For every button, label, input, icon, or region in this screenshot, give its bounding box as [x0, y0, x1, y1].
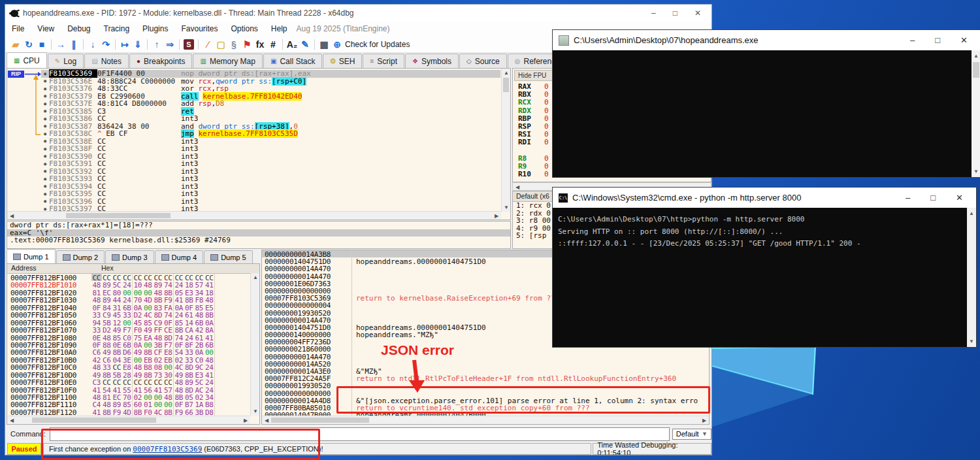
dump-byte[interactable]: 24: [122, 296, 133, 303]
dump-byte[interactable]: 54: [102, 386, 112, 393]
dump-byte[interactable]: 33: [184, 356, 195, 363]
dump-byte[interactable]: 0F: [163, 319, 174, 326]
dump-byte[interactable]: 05: [184, 393, 195, 401]
dump-byte[interactable]: 8B: [143, 348, 154, 355]
stack-row[interactable]: 000000000014A520: [262, 360, 709, 367]
dump-byte[interactable]: F0: [143, 408, 154, 416]
breakpoint-dot-icon[interactable]: ●: [41, 116, 49, 122]
bookmark-icon[interactable]: ⚑: [240, 39, 253, 50]
dump-byte[interactable]: 5B: [102, 319, 112, 326]
dump-byte[interactable]: 24: [174, 281, 184, 288]
dump-byte[interactable]: 57: [194, 281, 204, 288]
dump-byte[interactable]: 55: [122, 386, 133, 393]
tab-breakpoints[interactable]: ●Breakpoints: [129, 54, 192, 68]
dump-byte[interactable]: 02: [153, 356, 163, 363]
check-for-updates-button[interactable]: Check for Updates: [345, 40, 410, 49]
dump-byte[interactable]: 28: [122, 371, 133, 378]
menu-item-file[interactable]: File: [5, 24, 31, 33]
dump-byte[interactable]: CC: [163, 274, 174, 281]
close-icon[interactable]: ✕: [960, 35, 968, 45]
dump-byte[interactable]: 74: [163, 281, 174, 288]
dump-col-address[interactable]: Address: [7, 264, 96, 273]
dump-row[interactable]: 00007FF812BF10400F84316B0A0083FA0A0F85E5: [7, 304, 259, 311]
dump-row[interactable]: 00007FF812BF11004881EC70020000488B050234: [7, 393, 259, 401]
scroll-thumb[interactable]: [503, 78, 509, 92]
dump-byte[interactable]: 0F: [174, 401, 184, 408]
console-vscrollbar[interactable]: ▲ ▼: [972, 50, 980, 177]
dump-byte[interactable]: 48: [204, 296, 216, 303]
pause-icon[interactable]: ∥: [67, 39, 80, 50]
dump-byte[interactable]: E8: [163, 348, 174, 355]
dump-byte[interactable]: 49: [112, 326, 122, 333]
dump-byte[interactable]: 41: [204, 371, 216, 378]
breakpoint-dot-icon[interactable]: ●: [41, 169, 49, 174]
dump-row[interactable]: 00007FF812BF102081EC80000000488B05E33418: [7, 289, 259, 296]
dump-byte[interactable]: B8: [204, 401, 216, 408]
dump-byte[interactable]: 24: [204, 363, 216, 370]
scroll-thumb[interactable]: [271, 418, 369, 423]
breakpoint-dot-icon[interactable]: ●: [41, 71, 49, 76]
dump-byte[interactable]: C6: [91, 348, 102, 355]
dump-byte[interactable]: 00: [153, 401, 163, 408]
dump-byte[interactable]: 4D: [122, 408, 133, 416]
dump-byte[interactable]: 0A: [133, 304, 143, 311]
dump-byte[interactable]: 48: [204, 356, 216, 363]
dump-col-hex[interactable]: Hex: [96, 264, 114, 273]
dump-byte[interactable]: 8B: [184, 371, 195, 378]
dump-byte[interactable]: 31: [112, 304, 122, 311]
dump-byte[interactable]: 24: [184, 334, 195, 341]
close-icon[interactable]: ✕: [694, 8, 701, 18]
disasm-hscrollbar[interactable]: ◀ ▶: [7, 211, 501, 220]
dump-byte[interactable]: CC: [194, 274, 204, 281]
dump-byte[interactable]: C4: [91, 401, 102, 408]
dump-byte[interactable]: 60: [133, 401, 143, 408]
dump-byte[interactable]: 8D: [153, 311, 163, 318]
dump-byte[interactable]: 74: [174, 334, 184, 341]
dump-byte[interactable]: 6B: [122, 304, 133, 311]
dump-byte[interactable]: 8A: [204, 326, 216, 333]
dump-byte[interactable]: 4C: [153, 408, 163, 416]
dump-byte[interactable]: CC: [184, 274, 195, 281]
dump-byte[interactable]: 66: [184, 408, 195, 416]
dump-byte[interactable]: EB: [163, 356, 174, 363]
dump-row[interactable]: 00007FF812BF103048894424704D8BF9418BF848: [7, 296, 259, 303]
dump-byte[interactable]: 49: [133, 348, 143, 355]
dump-byte[interactable]: 00: [143, 341, 154, 348]
dump-byte[interactable]: E5: [204, 304, 216, 311]
breakpoint-dot-icon[interactable]: ●: [41, 78, 49, 84]
dump-byte[interactable]: 12: [112, 319, 122, 326]
dump-byte[interactable]: EA: [143, 334, 154, 341]
dump-byte[interactable]: 34: [194, 289, 204, 296]
dump-byte[interactable]: 8D: [184, 386, 195, 393]
dump-byte[interactable]: 49: [91, 371, 102, 378]
dump-byte[interactable]: FA: [163, 304, 174, 311]
dump-byte[interactable]: CC: [122, 378, 133, 386]
breakpoint-dot-icon[interactable]: ●: [41, 191, 49, 197]
dump-byte[interactable]: EC: [102, 289, 112, 296]
dump-row[interactable]: 00007FF812BF10900F880E6B0A003BF70F8F2B6B: [7, 341, 259, 348]
dump-byte[interactable]: F9: [174, 408, 184, 416]
stop-icon[interactable]: ■: [35, 39, 48, 50]
dump-byte[interactable]: B8: [143, 363, 154, 370]
dump-byte[interactable]: C0: [194, 356, 204, 363]
highlight-icon[interactable]: ✎: [299, 39, 312, 50]
dump-byte[interactable]: 57: [163, 386, 174, 393]
dump-row[interactable]: 00007FF812BF10800E4885C075EA488D74246141: [7, 334, 259, 341]
dump-byte[interactable]: 5C: [112, 281, 122, 288]
dump-byte[interactable]: E3: [184, 289, 195, 296]
dump-byte[interactable]: 0F: [91, 341, 102, 348]
dump-byte[interactable]: 6B: [194, 319, 204, 326]
dump-row[interactable]: 00007FF812BF1120418BF94D8BF04C8BF9663BD8: [7, 408, 259, 416]
dump-byte[interactable]: 00: [153, 393, 163, 401]
dump-byte[interactable]: CC: [204, 274, 216, 281]
console-window-hopeanddreams[interactable]: C:\Users\Admin\Desktop\07\hopeanddreams.…: [552, 29, 980, 178]
dump-byte[interactable]: 5B: [112, 371, 122, 378]
dump-byte[interactable]: 80: [112, 289, 122, 296]
comment-icon[interactable]: ▢: [214, 39, 227, 50]
dump-byte[interactable]: 8D: [184, 363, 195, 370]
dump-byte[interactable]: F9: [112, 408, 122, 416]
dump-byte[interactable]: 8B: [143, 371, 154, 378]
minimize-icon[interactable]: –: [910, 35, 915, 45]
dump-byte[interactable]: 18: [204, 289, 216, 296]
dump-byte[interactable]: 49: [133, 371, 143, 378]
